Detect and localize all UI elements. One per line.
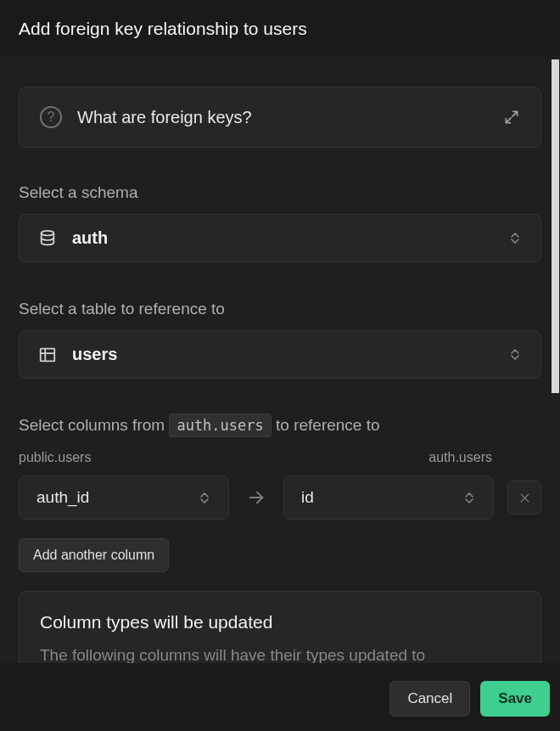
columns-label-prefix: Select columns from — [19, 416, 165, 434]
help-icon: ? — [40, 106, 62, 128]
column-mapping-row: auth_id id — [19, 475, 541, 520]
schema-select[interactable]: auth — [19, 214, 541, 262]
svg-rect-1 — [41, 348, 55, 361]
columns-label: Select columns from auth.users to refere… — [19, 416, 541, 435]
cancel-button[interactable]: Cancel — [389, 681, 470, 717]
columns-section: Select columns from auth.users to refere… — [19, 416, 541, 572]
source-column-select[interactable]: auth_id — [19, 475, 229, 520]
source-table-label: public.users — [19, 450, 91, 465]
table-value: users — [72, 345, 493, 364]
chevron-updown-icon — [198, 488, 211, 507]
chevron-updown-icon — [508, 346, 522, 364]
dialog-content: ? What are foreign keys? Select a schema… — [0, 56, 560, 663]
target-column-select[interactable]: id — [283, 475, 494, 520]
schema-value: auth — [72, 228, 493, 248]
columns-label-suffix: to reference to — [276, 416, 380, 434]
save-button[interactable]: Save — [480, 681, 550, 717]
table-select[interactable]: users — [19, 330, 541, 379]
dialog-header: Add foreign key relationship to users — [0, 0, 560, 56]
arrow-right-icon — [243, 488, 270, 507]
svg-point-0 — [42, 230, 54, 235]
chevron-updown-icon — [462, 488, 476, 507]
target-column-value: id — [301, 488, 314, 507]
source-column-value: auth_id — [36, 488, 89, 507]
remove-column-button[interactable] — [507, 481, 541, 515]
foreign-keys-info-card[interactable]: ? What are foreign keys? — [19, 87, 541, 148]
info-card-text: What are foreign keys? — [77, 108, 488, 127]
table-icon — [38, 346, 57, 364]
dialog-footer: Cancel Save — [0, 666, 560, 731]
schema-label: Select a schema — [19, 183, 541, 202]
database-icon — [38, 229, 57, 248]
columns-label-code: auth.users — [169, 413, 271, 437]
scrollbar[interactable] — [552, 59, 559, 393]
update-card-text: The following columns will have their ty… — [40, 644, 520, 663]
columns-header: public.users auth.users — [19, 450, 541, 465]
table-label: Select a table to reference to — [19, 300, 541, 318]
chevron-updown-icon — [508, 229, 522, 248]
target-table-label: auth.users — [428, 450, 492, 465]
update-card-title: Column types will be updated — [40, 612, 520, 633]
expand-icon — [503, 109, 520, 126]
column-types-update-card: Column types will be updated The followi… — [19, 591, 541, 663]
add-column-button[interactable]: Add another column — [19, 538, 169, 572]
dialog-title: Add foreign key relationship to users — [19, 19, 541, 39]
